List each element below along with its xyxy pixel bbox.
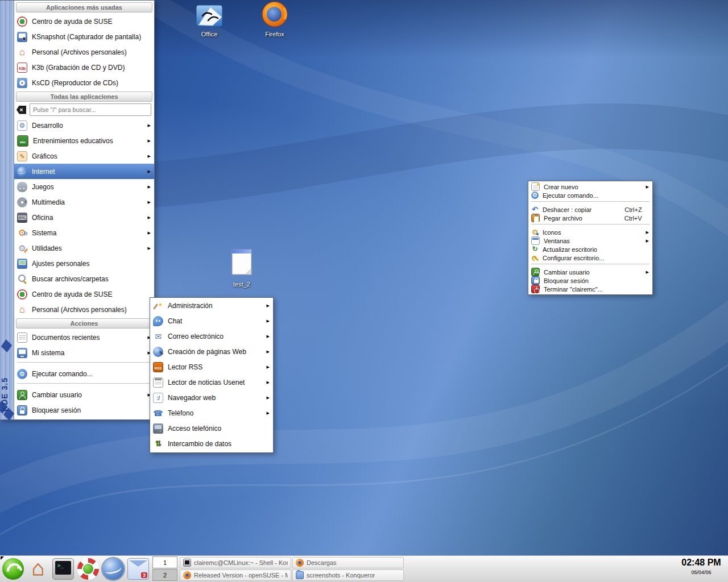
menu-item[interactable]: Centro de ayuda de SUSE▶ <box>14 286 154 302</box>
menu-item[interactable]: Acceso telefónico▶ <box>150 421 273 436</box>
phone-icon <box>153 408 163 418</box>
help-icon <box>17 16 27 27</box>
menu-item[interactable]: Bloquear sesión▶ <box>14 402 154 418</box>
menu-item[interactable]: Configurar escritorio...▶ <box>528 253 652 262</box>
sidebar-cube-decoration <box>1 339 12 352</box>
clear-search-icon[interactable]: × <box>16 106 26 114</box>
menu-item[interactable]: Cambiar usuario▶ <box>14 387 154 402</box>
submenu-arrow-icon: ▶ <box>148 200 151 205</box>
menu-item[interactable]: Personal (Archivos personales)▶ <box>14 302 154 317</box>
menu-item[interactable]: Lector de noticias Usenet▶ <box>150 375 273 390</box>
menu-item[interactable]: Terminar "clairemc"...▶ <box>528 285 652 293</box>
menu-item[interactable]: Utilidades▶ <box>14 240 154 256</box>
menu-item[interactable]: Administración▶ <box>150 298 273 313</box>
menu-item[interactable]: Cambiar usuario▶ <box>528 268 652 276</box>
menu-item[interactable]: Mi sistema▶ <box>14 345 154 360</box>
menu-item[interactable]: K3b (Grabación de CD y DVD)▶ <box>14 60 154 75</box>
menu-item[interactable] <box>628 562 639 573</box>
menu-item[interactable]: Intercambio de datos▶ <box>150 436 273 451</box>
menu-item[interactable]: Entrenimientos educativos▶ <box>14 133 154 148</box>
desktop-icon-office[interactable]: Office <box>191 5 228 38</box>
submenu-arrow-icon: ▶ <box>148 169 151 174</box>
kmenu-most-used-list: Centro de ayuda de SUSE▶KSnapshot (Captu… <box>14 14 154 90</box>
kmenu-sidebar: KDE 3.5 <box>0 1 14 419</box>
k3b-icon <box>17 63 27 73</box>
menu-item[interactable]: Crear nuevo▶ <box>528 182 652 191</box>
menu-item[interactable]: Ventanas▶ <box>528 236 652 245</box>
menu-item[interactable]: Ajustes personales▶ <box>14 256 154 271</box>
menu-item[interactable]: Centro de ayuda de SUSE▶ <box>14 14 154 29</box>
menu-separator <box>17 362 151 364</box>
konqueror-launcher-icon[interactable] <box>102 558 124 580</box>
menu-item[interactable]: Gráficos▶ <box>14 148 154 164</box>
menu-item[interactable] <box>601 562 612 573</box>
menu-item[interactable]: Bloquear sesión▶ <box>528 276 652 285</box>
menu-item[interactable] <box>587 562 598 573</box>
shortcut-label: Ctrl+V <box>624 215 642 222</box>
menu-item[interactable]: Oficina▶ <box>14 210 154 225</box>
kmenu-search-input[interactable] <box>30 103 151 116</box>
menu-item[interactable]: Creación de páginas Web▶ <box>150 344 273 359</box>
suse-help-launcher-icon[interactable] <box>77 558 99 580</box>
desktop-context-menu: Crear nuevo▶Ejecutar comando...▶Deshacer… <box>528 181 653 295</box>
task-button-konsole[interactable]: clairemc@CMLinux:~ - Shell - Konsole <box>180 557 291 568</box>
menu-item[interactable]: Juegos▶ <box>14 179 154 194</box>
switch-user-icon <box>17 390 27 400</box>
menu-item[interactable]: Desarrollo▶ <box>14 118 154 133</box>
kontact-launcher-icon[interactable] <box>127 558 149 580</box>
logout-icon <box>531 285 540 293</box>
menu-item[interactable]: Personal (Archivos personales)▶ <box>14 44 154 60</box>
kmenu-popup: KDE 3.5 Aplicaciones más usadas Centro d… <box>0 0 155 420</box>
submenu-arrow-icon: ▶ <box>267 380 270 385</box>
kmenu-button[interactable] <box>2 558 24 580</box>
panel-clock[interactable]: 02:48 PM 05/04/06 <box>677 558 726 575</box>
submenu-arrow-icon: ▶ <box>148 215 151 220</box>
pager-desktop-2[interactable]: 2 <box>152 569 177 581</box>
internet-submenu-list: Administración▶Chat▶Correo electrónico▶C… <box>150 298 273 451</box>
menu-item[interactable]: KSnapshot (Capturador de pantalla)▶ <box>14 29 154 44</box>
menu-item[interactable]: Teléfono▶ <box>150 405 273 421</box>
submenu-arrow-icon: ▶ <box>148 231 151 235</box>
desktop-icon-test-2[interactable]: test_2 <box>224 248 260 288</box>
task-button-screenshots[interactable]: screenshots - Konqueror <box>292 569 404 581</box>
menu-item[interactable]: Terminar...▶ <box>14 418 154 419</box>
desktop-icon-firefox-2[interactable]: Firefox <box>257 1 293 38</box>
home-launcher-icon[interactable] <box>27 558 49 580</box>
menu-item[interactable]: Chat▶ <box>150 313 273 329</box>
folder-icon <box>296 571 304 579</box>
menu-item[interactable]: Documentos recientes▶ <box>14 330 154 345</box>
panel-hide-arrow-icon[interactable] <box>1 556 4 560</box>
task-button-firefox-released[interactable]: Released Version - openSUSE - Mozilla <box>180 569 291 581</box>
konsole-launcher-icon[interactable] <box>52 558 74 580</box>
kde-version-branding: KDE 3.5 <box>0 377 14 411</box>
menu-item[interactable] <box>614 562 626 573</box>
menu-item[interactable]: Multimedia▶ <box>14 194 154 210</box>
menu-item[interactable]: Deshacer : copiarCtrl+Z▶ <box>528 205 652 214</box>
menu-item[interactable]: Actualizar escritorio▶ <box>528 245 652 253</box>
menu-item[interactable]: Sistema▶ <box>14 225 154 240</box>
switch-user-icon <box>531 268 540 276</box>
configure-icon <box>531 254 539 261</box>
menu-item[interactable]: Lector RSS▶ <box>150 359 273 375</box>
menu-item[interactable]: Iconos▶ <box>528 228 652 236</box>
menu-item[interactable]: Pegar archivoCtrl+V▶ <box>528 214 652 222</box>
desktop-icon-label: test_2 <box>224 281 260 288</box>
menu-item[interactable]: Correo electrónico▶ <box>150 329 273 344</box>
category-internet[interactable]: Internet▶ <box>14 164 154 179</box>
globe-icon <box>17 167 27 177</box>
menu-item[interactable] <box>655 562 667 573</box>
menu-item[interactable]: Ejecutar comando...▶ <box>528 191 652 199</box>
desktop-pager: 1 2 <box>152 556 177 581</box>
run-icon <box>531 192 539 199</box>
menu-item[interactable] <box>642 562 653 573</box>
my-system-icon <box>17 348 27 358</box>
pager-desktop-1[interactable]: 1 <box>152 556 177 568</box>
menu-item[interactable]: Buscar archivos/carpetas▶ <box>14 271 154 286</box>
firefox-icon <box>183 571 191 579</box>
menu-item[interactable]: Navegador web▶ <box>150 390 273 405</box>
menu-item[interactable]: Ejecutar comando...▶ <box>14 366 154 381</box>
submenu-arrow-icon: ▶ <box>267 411 270 415</box>
menu-item[interactable]: KsCD (Reproductor de CDs)▶ <box>14 75 154 90</box>
task-button-descargas[interactable]: Descargas <box>292 557 404 568</box>
refresh-icon <box>531 246 539 253</box>
